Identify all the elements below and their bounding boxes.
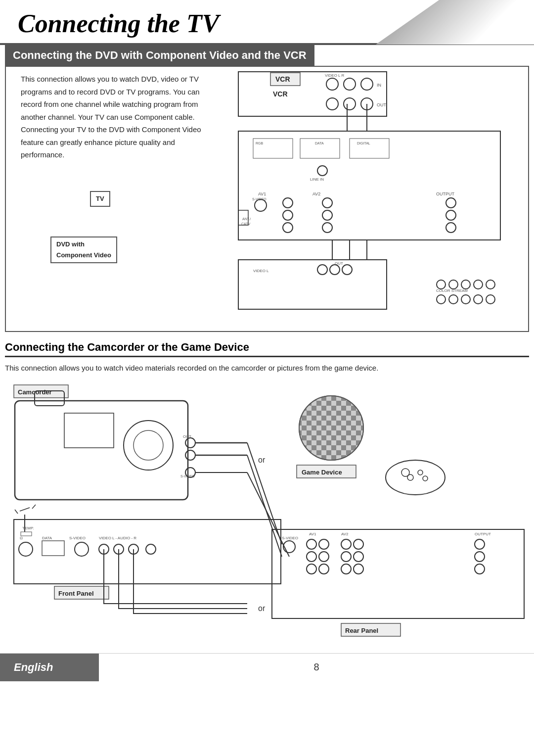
svg-text:AV1: AV1 — [258, 191, 266, 196]
svg-text:AV2: AV2 — [312, 191, 320, 196]
svg-point-104 — [146, 544, 156, 554]
svg-text:IN: IN — [377, 83, 381, 88]
svg-point-131 — [475, 564, 485, 574]
svg-rect-90 — [14, 520, 281, 584]
svg-point-52 — [474, 295, 483, 304]
svg-line-138 — [20, 508, 30, 511]
svg-rect-11 — [238, 131, 500, 240]
section1-svg: VCR VIDEO L R IN OUT RGB DATA DIGITAL LI… — [223, 67, 510, 324]
svg-point-47 — [474, 280, 483, 289]
svg-text:or: or — [258, 604, 266, 613]
section1-heading-wrap: Connecting the DVD with Component Video … — [5, 45, 529, 66]
svg-point-93 — [19, 542, 33, 556]
svg-text:OUTPUT: OUTPUT — [436, 191, 455, 196]
svg-point-70 — [185, 450, 195, 460]
svg-text:S-VIDEO: S-VIDEO — [252, 197, 267, 201]
svg-point-120 — [319, 552, 329, 562]
tv-label-area: TV — [90, 191, 216, 207]
svg-point-29 — [322, 210, 332, 220]
svg-text:VCR: VCR — [273, 90, 288, 98]
svg-point-121 — [307, 564, 316, 574]
dvd-label-area: DVD with Component Video — [50, 236, 216, 263]
svg-point-18 — [317, 166, 327, 176]
svg-line-139 — [15, 510, 18, 514]
svg-text:Ω: Ω — [20, 536, 23, 540]
svg-point-125 — [341, 552, 351, 562]
svg-point-33 — [446, 223, 456, 233]
svg-text:S-VIDEO: S-VIDEO — [69, 536, 86, 540]
svg-text:DIGITAL: DIGITAL — [357, 142, 370, 145]
svg-point-49 — [437, 295, 445, 304]
svg-rect-96 — [42, 541, 64, 556]
footer-language: English — [0, 654, 99, 681]
tv-label: TV — [90, 191, 110, 207]
svg-point-30 — [322, 223, 332, 233]
svg-rect-37 — [238, 260, 387, 309]
svg-point-129 — [475, 539, 485, 549]
svg-point-127 — [341, 564, 351, 574]
svg-point-8 — [344, 98, 356, 110]
svg-point-25 — [283, 198, 293, 208]
svg-point-64 — [124, 421, 173, 470]
svg-text:RGB: RGB — [256, 142, 264, 145]
svg-line-135 — [247, 455, 282, 557]
footer: English 8 — [0, 653, 534, 681]
svg-text:Front Panel: Front Panel — [58, 590, 94, 597]
svg-text:OUT: OUT — [335, 261, 343, 266]
svg-point-65 — [134, 430, 163, 460]
svg-point-113 — [283, 541, 295, 553]
svg-text:DATA: DATA — [315, 142, 324, 145]
dvd-label: DVD with Component Video — [50, 236, 117, 263]
svg-point-128 — [354, 564, 363, 574]
section2-heading: Connecting the Camcorder or the Game Dev… — [5, 341, 529, 357]
svg-point-53 — [486, 295, 495, 304]
page-title: Connecting the TV — [18, 9, 534, 38]
svg-point-26 — [283, 210, 293, 220]
svg-text:VIDEO: VIDEO — [99, 536, 111, 540]
section2-body: This connection allows you to watch vide… — [5, 362, 529, 374]
svg-point-130 — [475, 552, 485, 562]
footer-page-number: 8 — [99, 662, 534, 673]
svg-point-123 — [341, 539, 351, 549]
svg-point-28 — [322, 198, 332, 208]
svg-point-88 — [423, 476, 428, 481]
header: Connecting the TV — [0, 0, 534, 38]
svg-text:TEMP.: TEMP. — [22, 526, 34, 530]
section1-heading: Connecting the DVD with Component Video … — [5, 45, 314, 66]
svg-text:ANT./: ANT./ — [242, 217, 251, 221]
svg-point-86 — [407, 474, 413, 480]
svg-rect-66 — [64, 413, 114, 448]
svg-text:Game Device: Game Device — [302, 469, 342, 476]
svg-text:L - AUDIO - R: L - AUDIO - R — [112, 536, 136, 540]
svg-point-77 — [299, 396, 363, 460]
svg-text:VIDEO  L    R: VIDEO L R — [325, 73, 344, 78]
section1-content: This connection allows you to watch DVD,… — [5, 66, 529, 332]
svg-point-124 — [354, 539, 363, 549]
svg-point-118 — [319, 539, 329, 549]
svg-point-27 — [283, 223, 293, 233]
svg-point-69 — [185, 438, 195, 448]
svg-text:AV1: AV1 — [309, 532, 316, 536]
svg-point-39 — [317, 265, 327, 275]
svg-point-23 — [255, 199, 267, 211]
section1-diagram: VCR VIDEO L R IN OUT RGB DATA DIGITAL LI… — [223, 67, 518, 326]
svg-rect-92 — [21, 532, 32, 536]
svg-point-4 — [361, 78, 373, 90]
svg-point-44 — [437, 280, 445, 289]
svg-point-98 — [75, 542, 89, 556]
svg-text:DATA: DATA — [42, 536, 52, 540]
svg-point-41 — [342, 265, 352, 275]
svg-point-122 — [319, 564, 329, 574]
svg-text:LINE IN: LINE IN — [310, 177, 324, 182]
svg-point-31 — [446, 198, 456, 208]
svg-text:S-VIDEO: S-VIDEO — [282, 536, 298, 540]
svg-point-2 — [326, 78, 338, 90]
svg-point-119 — [307, 552, 316, 562]
svg-point-3 — [344, 78, 356, 90]
svg-point-48 — [486, 280, 495, 289]
svg-point-84 — [386, 460, 445, 495]
svg-point-126 — [354, 552, 363, 562]
svg-point-87 — [418, 470, 423, 475]
svg-point-7 — [326, 98, 338, 110]
svg-point-51 — [461, 295, 470, 304]
